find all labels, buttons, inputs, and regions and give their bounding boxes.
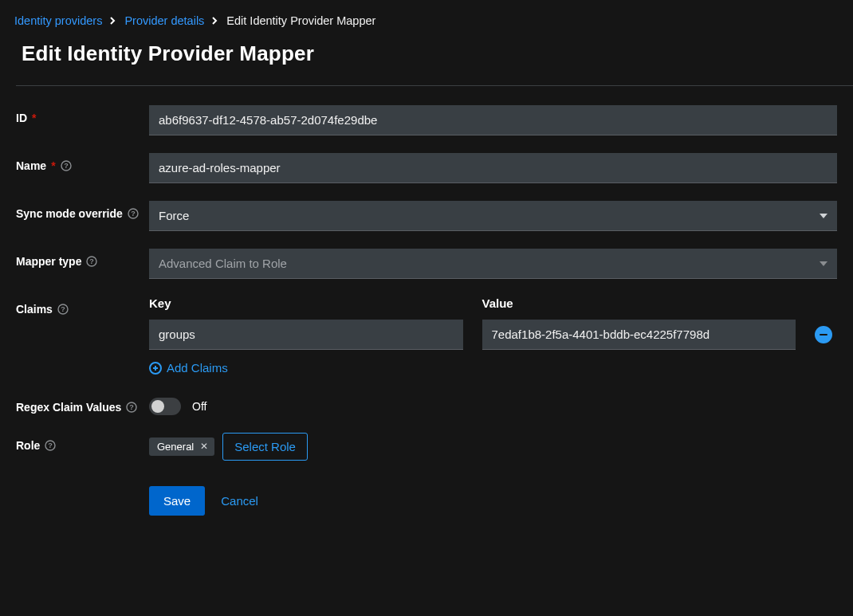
plus-circle-icon <box>149 362 162 375</box>
field-sync-mode: Sync mode override ? Force <box>16 201 837 231</box>
field-mapper-type: Mapper type ? Advanced Claim to Role <box>16 249 837 279</box>
minus-icon <box>820 334 827 335</box>
svg-text:?: ? <box>130 403 135 411</box>
role-chip: General ✕ <box>149 437 214 456</box>
page-title: Edit Identity Provider Mapper <box>0 38 853 85</box>
add-claims-button[interactable]: Add Claims <box>149 361 228 375</box>
sync-mode-label: Sync mode override <box>16 207 123 220</box>
claim-key-input[interactable] <box>149 320 463 350</box>
caret-down-icon <box>820 214 827 218</box>
mapper-type-label: Mapper type <box>16 255 81 268</box>
breadcrumb-current: Edit Identity Provider Mapper <box>226 14 375 27</box>
caret-down-icon <box>820 261 827 266</box>
cancel-button[interactable]: Cancel <box>221 494 258 508</box>
sync-mode-value: Force <box>159 209 189 222</box>
help-icon[interactable]: ? <box>57 304 69 315</box>
svg-text:?: ? <box>49 441 53 449</box>
breadcrumb-link-identity-providers[interactable]: Identity providers <box>14 14 102 27</box>
help-icon[interactable]: ? <box>45 440 56 451</box>
claims-label: Claims <box>16 303 53 316</box>
svg-text:?: ? <box>64 162 69 170</box>
help-icon[interactable]: ? <box>128 208 139 219</box>
chevron-right-icon <box>110 17 116 25</box>
toggle-knob <box>151 400 164 413</box>
chevron-right-icon <box>212 17 218 25</box>
svg-text:?: ? <box>61 305 65 313</box>
field-role: Role ? General ✕ Select Role <box>16 433 837 461</box>
help-icon[interactable]: ? <box>61 160 72 171</box>
id-input[interactable] <box>149 105 837 135</box>
sync-mode-select[interactable]: Force <box>149 201 837 231</box>
field-name: Name * ? <box>16 153 837 183</box>
name-label: Name <box>16 159 46 172</box>
remove-role-icon[interactable]: ✕ <box>200 441 208 452</box>
regex-label: Regex Claim Values <box>16 401 121 414</box>
breadcrumb-link-provider-details[interactable]: Provider details <box>124 14 204 27</box>
field-regex-claim-values: Regex Claim Values ? Off <box>16 394 837 415</box>
help-icon[interactable]: ? <box>86 256 97 267</box>
claim-value-input[interactable] <box>482 320 796 350</box>
form: ID * Name * ? Sync mode override ? <box>0 86 853 516</box>
claims-value-header: Value <box>482 296 796 312</box>
svg-text:?: ? <box>90 257 95 265</box>
required-mark: * <box>51 159 55 172</box>
mapper-type-select[interactable]: Advanced Claim to Role <box>149 249 837 279</box>
role-label: Role <box>16 439 40 452</box>
regex-toggle[interactable] <box>149 398 181 415</box>
regex-state-label: Off <box>192 400 206 413</box>
save-button[interactable]: Save <box>149 486 205 516</box>
required-mark: * <box>32 112 36 124</box>
svg-text:?: ? <box>131 210 136 218</box>
role-chip-label: General <box>157 441 194 453</box>
name-input[interactable] <box>149 153 837 183</box>
field-claims: Claims ? Key Value Add Claims <box>16 296 837 377</box>
form-actions: Save Cancel <box>16 478 837 516</box>
select-role-button[interactable]: Select Role <box>222 433 308 461</box>
id-label: ID <box>16 112 27 124</box>
mapper-type-value: Advanced Claim to Role <box>159 257 287 270</box>
breadcrumb: Identity providers Provider details Edit… <box>0 0 853 38</box>
field-id: ID * <box>16 105 837 135</box>
claims-key-header: Key <box>149 296 463 312</box>
remove-claim-button[interactable] <box>815 326 832 343</box>
add-claims-label: Add Claims <box>167 361 228 375</box>
help-icon[interactable]: ? <box>126 402 137 413</box>
